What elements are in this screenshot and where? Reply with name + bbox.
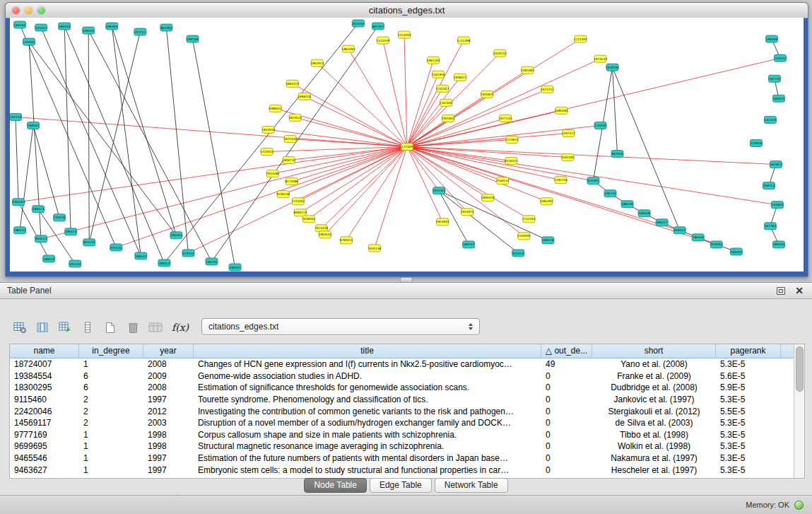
graph-node[interactable]: 186429 xyxy=(621,201,633,208)
graph-node[interactable]: 7635146 xyxy=(368,245,382,252)
cell-short[interactable]: Hescheler et al. (1997) xyxy=(592,465,716,475)
cell-out_degree[interactable]: 0 xyxy=(541,418,592,428)
table-settings-icon[interactable] xyxy=(13,320,27,335)
column-header-out_degree[interactable]: △ out_de... xyxy=(541,344,592,358)
graph-node[interactable]: 1686410 xyxy=(298,93,311,100)
tab-node-table[interactable]: Node Table xyxy=(304,478,367,493)
cell-year[interactable]: 1997 xyxy=(143,465,194,475)
cell-name[interactable]: 22420046 xyxy=(10,407,79,416)
graph-node[interactable]: 186427 xyxy=(656,219,668,226)
graph-node[interactable]: 9190549 xyxy=(276,191,290,198)
table-scrollbar-thumb[interactable] xyxy=(796,346,804,392)
column-header-year[interactable]: year xyxy=(143,344,194,358)
graph-node[interactable]: 7914580 xyxy=(266,170,279,177)
cell-name[interactable]: 18724007 xyxy=(10,359,79,369)
cell-name[interactable]: 14569117 xyxy=(10,418,79,428)
cell-year[interactable]: 1998 xyxy=(143,441,194,451)
graph-node[interactable]: 186304 xyxy=(106,23,118,30)
cell-short[interactable]: Wolkin et al. (1998) xyxy=(592,441,716,451)
graph-node[interactable]: 1132017 xyxy=(436,85,449,92)
graph-node[interactable]: 1085492 xyxy=(540,198,553,205)
graph-node[interactable]: 2086011 xyxy=(269,105,282,112)
graph-node[interactable]: 9299414 xyxy=(340,237,353,244)
import-table-icon[interactable] xyxy=(148,320,163,335)
graph-node[interactable]: 920413 xyxy=(512,250,524,257)
graph-node[interactable]: 115949 xyxy=(594,122,606,129)
graph-node[interactable]: 1495756 xyxy=(554,177,567,184)
graph-node[interactable]: 186104 xyxy=(59,23,71,30)
graph-node[interactable]: 505134 xyxy=(69,260,81,267)
cell-year[interactable]: 1997 xyxy=(143,395,194,404)
table-source-dropdown[interactable]: citations_edges.txt xyxy=(201,318,480,335)
delete-icon[interactable] xyxy=(126,320,140,335)
cell-name[interactable]: 19384554 xyxy=(10,371,79,381)
new-file-icon[interactable] xyxy=(103,320,117,335)
graph-node[interactable]: 186308 xyxy=(638,210,650,217)
cell-out_degree[interactable]: 0 xyxy=(541,441,592,451)
table-row[interactable]: 2242004622012Investigating the contribut… xyxy=(10,405,794,417)
zoom-window-button[interactable] xyxy=(37,6,45,14)
graph-node[interactable]: 186324 xyxy=(158,259,170,267)
row-list-icon[interactable] xyxy=(81,320,95,335)
cell-year[interactable]: 2008 xyxy=(143,359,194,369)
cell-in_degree[interactable]: 1 xyxy=(79,359,143,369)
graph-node[interactable]: 924502 xyxy=(710,241,722,248)
graph-node[interactable]: 186413 xyxy=(65,228,77,235)
graph-node[interactable]: 1211398 xyxy=(457,37,471,44)
graph-node[interactable]: 1005492 xyxy=(561,154,575,161)
table-edit-icon[interactable] xyxy=(58,320,72,335)
cell-out_degree[interactable]: 0 xyxy=(541,465,592,475)
graph-node[interactable]: 1806710 xyxy=(282,157,295,164)
graph-node[interactable]: 198204 xyxy=(83,27,95,34)
cell-year[interactable]: 2008 xyxy=(143,382,194,392)
graph-node[interactable]: 979144 xyxy=(182,250,194,257)
cell-out_degree[interactable]: 0 xyxy=(541,453,592,463)
cell-name[interactable]: 18300295 xyxy=(10,382,79,392)
graph-node[interactable]: 1915344 xyxy=(433,187,446,194)
graph-node[interactable]: 1948794 xyxy=(606,64,619,71)
graph-node[interactable]: 1007427 xyxy=(562,129,575,136)
graph-node[interactable]: 1063445 xyxy=(318,231,331,238)
cell-pagerank[interactable]: 5.3E-5 xyxy=(716,430,781,440)
graph-node[interactable]: 1161950 xyxy=(432,71,445,78)
cell-out_degree[interactable]: 0 xyxy=(541,407,592,416)
cell-in_degree[interactable]: 6 xyxy=(79,371,143,381)
cell-in_degree[interactable]: 1 xyxy=(79,453,143,463)
cell-title[interactable]: Investigating the contribution of common… xyxy=(194,407,541,416)
table-row[interactable]: 946362711997Embryonic stem cells: a mode… xyxy=(10,464,794,476)
graph-node[interactable]: 1958527 xyxy=(454,74,467,81)
graph-node[interactable]: 167763 xyxy=(764,223,776,230)
cell-short[interactable]: Tibbo et al. (1998) xyxy=(592,430,716,440)
network-window-titlebar[interactable]: citations_edges.txt xyxy=(6,3,808,18)
graph-node[interactable]: 1961105 xyxy=(427,57,440,64)
graph-node[interactable]: 861307 xyxy=(372,23,384,30)
graph-node[interactable]: 867919 xyxy=(611,151,623,158)
cell-short[interactable]: Nakamura et al. (1997) xyxy=(592,453,716,463)
cell-pagerank[interactable]: 5.3E-5 xyxy=(716,359,781,369)
graph-node[interactable]: 1977135 xyxy=(499,115,512,122)
cell-short[interactable]: de Silva et al. (2003) xyxy=(592,418,716,428)
cell-in_degree[interactable]: 6 xyxy=(79,382,143,392)
close-panel-icon[interactable]: ✕ xyxy=(794,285,805,296)
cell-short[interactable]: Stergiakouli et al. (2012) xyxy=(592,407,716,416)
graph-node[interactable]: 186442 xyxy=(135,252,147,259)
table-row[interactable]: 911546021997Tourette syndrome. Phenomeno… xyxy=(10,394,794,406)
table-row[interactable]: 969969511998Structural magnetic resonanc… xyxy=(10,440,794,452)
graph-node[interactable]: 207111 xyxy=(134,28,146,35)
graph-node[interactable]: 186234 xyxy=(14,227,26,234)
cell-pagerank[interactable]: 5.3E-5 xyxy=(716,418,781,428)
graph-node[interactable]: 186428 xyxy=(542,237,554,244)
cell-pagerank[interactable]: 5.3E-5 xyxy=(716,441,781,451)
cell-pagerank[interactable]: 5.6E-5 xyxy=(716,371,781,381)
graph-node[interactable]: 186423 xyxy=(33,206,45,213)
graph-node[interactable]: 1961913 xyxy=(310,59,324,66)
cell-out_degree[interactable]: 0 xyxy=(541,371,592,381)
graph-node[interactable]: 1675751 xyxy=(541,86,554,93)
graph-node[interactable]: 950513 xyxy=(35,235,47,243)
graph-node[interactable]: 186744 xyxy=(604,190,616,197)
cell-title[interactable]: Disruption of a novel member of a sodium… xyxy=(194,418,541,428)
graph-node[interactable]: 186306 xyxy=(765,35,777,42)
graph-node[interactable]: 8275086 xyxy=(285,178,298,185)
graph-node[interactable]: 1162635 xyxy=(440,99,453,106)
column-header-in_degree[interactable]: in_degree xyxy=(79,344,143,358)
